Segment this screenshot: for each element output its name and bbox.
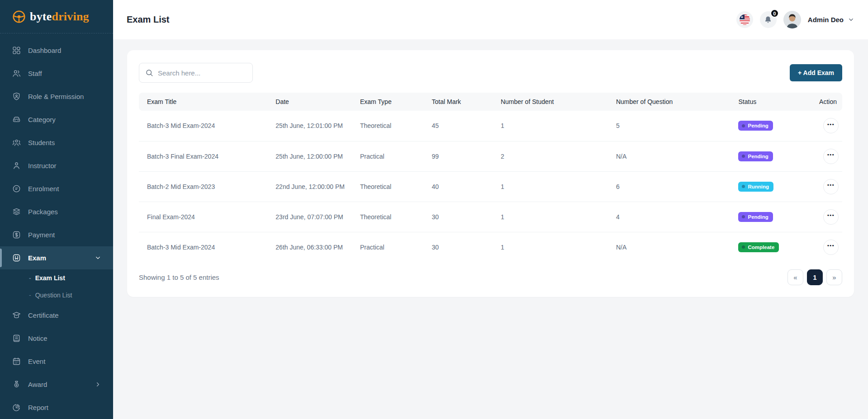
table-header: Exam TitleDateExam TypeTotal MarkNumber … xyxy=(139,93,842,111)
sidebar-subitem-question-list[interactable]: -Question List xyxy=(0,287,113,304)
user-avatar[interactable] xyxy=(783,11,801,28)
sidebar-item-notice[interactable]: Notice xyxy=(0,327,113,350)
sidebar-item-exam[interactable]: Exam xyxy=(0,246,113,269)
brand[interactable]: bytedriving xyxy=(0,0,113,33)
entries-summary: Showing 1 to 5 of 5 entries xyxy=(139,273,219,281)
car-icon xyxy=(12,115,21,124)
row-actions-button[interactable]: ••• xyxy=(823,149,839,164)
sidebar-item-label: Certificate xyxy=(28,311,59,319)
cell-students: 1 xyxy=(496,232,612,262)
cell-type: Practical xyxy=(356,141,427,171)
chevron-down-icon xyxy=(848,16,854,23)
sidebar-item-packages[interactable]: Packages xyxy=(0,200,113,223)
award-icon xyxy=(12,380,21,389)
staff-icon xyxy=(12,69,21,78)
pagination-page-1-button[interactable]: 1 xyxy=(807,269,823,285)
sidebar-item-label: Enrolment xyxy=(28,185,59,193)
status-badge: Compleate xyxy=(738,242,779,252)
notice-icon xyxy=(12,334,21,343)
sidebar-item-payment[interactable]: Payment xyxy=(0,223,113,246)
status-dot-icon xyxy=(742,155,745,158)
pagination: « 1 » xyxy=(787,269,842,285)
cell-status: Pending xyxy=(734,202,807,232)
exam-list-card: + Add Exam Exam TitleDateExam TypeTotal … xyxy=(127,50,854,297)
search-box xyxy=(139,63,253,83)
cell-students: 1 xyxy=(496,202,612,232)
cell-status: Pending xyxy=(734,111,807,141)
status-badge: Pending xyxy=(738,212,773,222)
cell-total-mark: 30 xyxy=(427,202,496,232)
sidebar-item-dashboard[interactable]: Dashboard xyxy=(0,39,113,62)
page-title: Exam List xyxy=(127,14,169,25)
status-label: Pending xyxy=(748,154,768,159)
sidebar-item-event[interactable]: Event xyxy=(0,350,113,373)
chevron-right-icon xyxy=(95,381,101,388)
chevron-down-icon xyxy=(95,254,101,261)
cell-total-mark: 30 xyxy=(427,232,496,262)
row-actions-button[interactable]: ••• xyxy=(823,179,839,194)
cell-date: 22nd June, 12:00:00 PM xyxy=(271,171,356,202)
status-label: Pending xyxy=(748,123,768,128)
cell-title: Batch-3 Final Exam-2024 xyxy=(139,141,271,171)
exam-icon xyxy=(12,253,21,263)
sidebar-subitem-label: Exam List xyxy=(35,274,65,282)
cell-questions: N/A xyxy=(612,141,734,171)
sidebar-item-instructor[interactable]: Instructor xyxy=(0,154,113,177)
cell-type: Practical xyxy=(356,232,427,262)
certificate-icon xyxy=(12,311,21,320)
status-label: Pending xyxy=(748,214,768,220)
column-header-date: Date xyxy=(271,93,356,111)
column-header-total-mark: Total Mark xyxy=(427,93,496,111)
pagination-next-button[interactable]: » xyxy=(826,269,842,285)
sidebar-item-students[interactable]: Students xyxy=(0,131,113,154)
sidebar-item-label: Dashboard xyxy=(28,47,61,54)
table-row: Final Exam-202423rd June, 07:07:00 PMThe… xyxy=(139,202,842,232)
main-area: Exam List ★ 0 xyxy=(113,0,868,419)
payment-icon xyxy=(12,230,21,240)
sidebar-item-category[interactable]: Category xyxy=(0,108,113,131)
sidebar: bytedriving DashboardStaffRole & Permiss… xyxy=(0,0,113,419)
add-exam-button[interactable]: + Add Exam xyxy=(790,64,842,81)
column-header-exam-type: Exam Type xyxy=(356,93,427,111)
search-input[interactable] xyxy=(158,69,247,77)
brand-name: bytedriving xyxy=(30,10,89,24)
cell-total-mark: 45 xyxy=(427,111,496,141)
cell-status: Pending xyxy=(734,141,807,171)
sidebar-subitem-label: Question List xyxy=(35,292,72,299)
status-dot-icon xyxy=(742,215,745,218)
cell-type: Theoretical xyxy=(356,202,427,232)
row-actions-button[interactable]: ••• xyxy=(823,118,839,133)
pagination-prev-button[interactable]: « xyxy=(787,269,803,285)
cell-questions: 5 xyxy=(612,111,734,141)
cell-questions: 6 xyxy=(612,171,734,202)
user-menu-button[interactable]: Admin Deo xyxy=(808,16,854,24)
report-icon xyxy=(12,403,21,412)
cell-action: ••• xyxy=(807,141,842,171)
table-row: Batch-3 Mid Exam-202426th June, 06:33:00… xyxy=(139,232,842,262)
sidebar-item-award[interactable]: Award xyxy=(0,373,113,396)
sidebar-item-staff[interactable]: Staff xyxy=(0,62,113,85)
cell-date: 25th June, 12:00:00 PM xyxy=(271,141,356,171)
sidebar-item-label: Packages xyxy=(28,208,58,216)
sidebar-item-label: Category xyxy=(28,116,56,123)
brand-name-secondary: driving xyxy=(52,10,89,23)
cell-students: 2 xyxy=(496,141,612,171)
cell-date: 26th June, 06:33:00 PM xyxy=(271,232,356,262)
notifications-button[interactable]: 0 xyxy=(760,11,777,28)
sidebar-nav: DashboardStaffRole & PermissionCategoryS… xyxy=(0,33,113,419)
row-actions-button[interactable]: ••• xyxy=(823,240,839,255)
cell-title: Final Exam-2024 xyxy=(139,202,271,232)
language-flag-button[interactable]: ★ xyxy=(736,11,753,28)
sidebar-item-enrolment[interactable]: Enrolment xyxy=(0,177,113,200)
sidebar-item-role-permission[interactable]: Role & Permission xyxy=(0,85,113,108)
table-footer: Showing 1 to 5 of 5 entries « 1 » xyxy=(139,269,842,285)
sidebar-subitem-exam-list[interactable]: -Exam List xyxy=(0,269,113,287)
table-row: Batch-2 Mid Exam-202322nd June, 12:00:00… xyxy=(139,171,842,202)
dash-bullet: - xyxy=(29,292,31,299)
row-actions-button[interactable]: ••• xyxy=(823,209,839,225)
topbar-actions: ★ 0 xyxy=(736,11,854,28)
sidebar-item-report[interactable]: Report xyxy=(0,396,113,419)
notification-count-badge: 0 xyxy=(770,9,779,18)
sidebar-item-certificate[interactable]: Certificate xyxy=(0,304,113,327)
sidebar-item-label: Staff xyxy=(28,70,42,77)
